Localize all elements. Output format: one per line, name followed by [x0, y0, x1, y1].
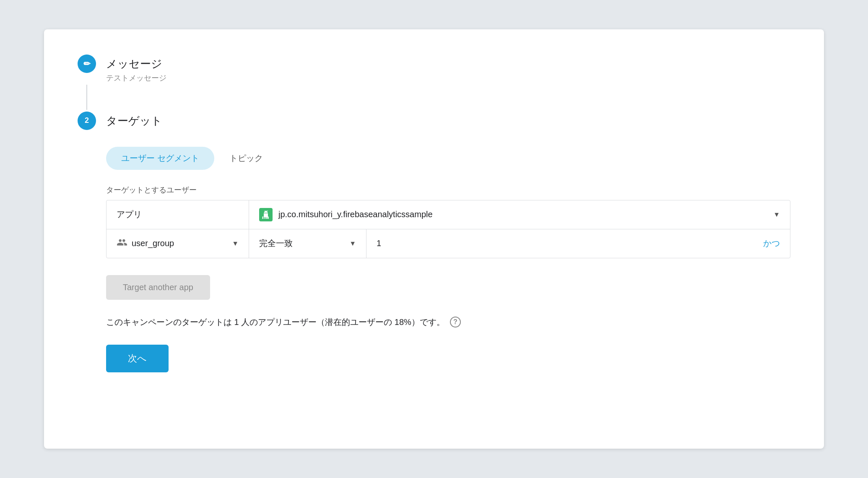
tab-user-segment[interactable]: ユーザー セグメント [106, 147, 214, 170]
property-dropdown-arrow[interactable]: ▼ [232, 240, 239, 247]
step2-circle: 2 [78, 112, 96, 130]
target-another-app-button[interactable]: Target another app [106, 275, 210, 300]
user-group-icon [117, 237, 127, 250]
step2-area: 2 ターゲット ユーザー セグメント トピック ターゲットとするユーザー アプリ [78, 112, 790, 372]
step1-circle: ✏ [78, 55, 96, 73]
match-cell[interactable]: 完全一致 ▼ [249, 229, 366, 258]
match-dropdown-arrow[interactable]: ▼ [349, 240, 356, 247]
app-label-cell: アプリ [107, 200, 249, 229]
value-number: 1 [377, 239, 381, 248]
campaign-info-text: このキャンペーンのターゲットは 1 人のアプリユーザー（潜在的ユーザーの 18%… [106, 317, 445, 328]
app-dropdown-arrow[interactable]: ▼ [773, 211, 780, 218]
step2-row: 2 ターゲット [78, 112, 790, 130]
next-button[interactable]: 次へ [106, 345, 169, 372]
step2-title: ターゲット [106, 114, 162, 128]
info-icon[interactable]: ? [450, 317, 461, 327]
value-cell: 1 かつ [366, 229, 790, 258]
app-value-cell[interactable]: jp.co.mitsuhori_y.firebaseanalyticssampl… [249, 200, 790, 229]
step2-number: 2 [85, 116, 89, 125]
app-label: アプリ [117, 209, 142, 220]
match-text: 完全一致 [259, 238, 293, 249]
main-card: ✏ メッセージ テストメッセージ 2 ターゲット ユーザー セグメント トピック… [44, 29, 824, 449]
step1-row: ✏ メッセージ テストメッセージ [78, 55, 790, 83]
target-table: アプリ jp.co.mitsuhori_y.firebaseanalyticss… [106, 200, 790, 258]
connector-line [86, 85, 87, 110]
tabs-row: ユーザー セグメント トピック [106, 147, 790, 170]
property-text: user_group [132, 239, 174, 248]
app-name: jp.co.mitsuhori_y.firebaseanalyticssampl… [278, 210, 433, 219]
table-row-app: アプリ jp.co.mitsuhori_y.firebaseanalyticss… [107, 200, 790, 229]
campaign-info-row: このキャンペーンのターゲットは 1 人のアプリユーザー（潜在的ユーザーの 18%… [106, 317, 790, 328]
step1-content: メッセージ テストメッセージ [106, 55, 166, 83]
tab-topic[interactable]: トピック [214, 147, 278, 170]
android-icon [259, 208, 273, 221]
and-label[interactable]: かつ [763, 238, 780, 249]
step1-subtitle: テストメッセージ [106, 73, 166, 83]
target-users-label: ターゲットとするユーザー [106, 185, 790, 195]
step2-content: ターゲット [106, 112, 162, 128]
step1-title: メッセージ [106, 57, 166, 71]
table-row-property: user_group ▼ 完全一致 ▼ 1 かつ [107, 229, 790, 258]
property-cell[interactable]: user_group ▼ [107, 229, 249, 258]
pencil-icon: ✏ [83, 59, 91, 69]
